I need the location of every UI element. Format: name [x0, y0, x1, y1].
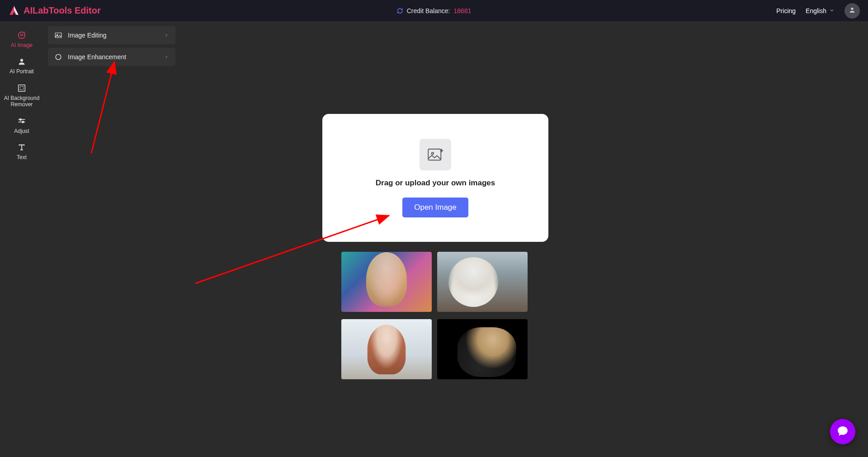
svg-point-0 [851, 7, 853, 9]
user-icon [849, 6, 856, 15]
header-right: Pricing English [776, 3, 860, 19]
open-image-button[interactable]: Open Image [402, 198, 468, 217]
upload-icon [420, 139, 451, 170]
app-logo[interactable]: AILabTools Editor [8, 5, 101, 17]
app-title: AILabTools Editor [24, 5, 101, 16]
main-canvas: Drag or upload your own images Open Imag… [0, 21, 868, 457]
svg-point-15 [432, 152, 434, 154]
sample-image-2[interactable] [437, 252, 528, 312]
chat-icon [837, 425, 849, 438]
svg-line-19 [91, 62, 114, 153]
sample-image-4[interactable] [437, 319, 528, 379]
upload-instruction: Drag or upload your own images [376, 179, 495, 188]
sample-images-grid [341, 252, 528, 379]
upload-card[interactable]: Drag or upload your own images Open Imag… [322, 114, 548, 242]
chevron-down-icon [829, 7, 835, 14]
sample-image-3[interactable] [341, 319, 432, 379]
chat-fab[interactable] [830, 419, 855, 444]
credit-balance: Credit Balance: 18681 [397, 7, 472, 14]
language-label: English [806, 7, 826, 14]
user-avatar[interactable] [844, 3, 860, 19]
credit-value: 18681 [453, 7, 471, 14]
sample-image-1[interactable] [341, 252, 432, 312]
app-header: AILabTools Editor Credit Balance: 18681 … [0, 0, 868, 21]
svg-rect-14 [428, 149, 441, 160]
pricing-link[interactable]: Pricing [776, 7, 796, 14]
language-selector[interactable]: English [806, 7, 835, 14]
refresh-icon[interactable] [397, 8, 403, 14]
logo-icon [8, 5, 20, 17]
credit-label: Credit Balance: [407, 7, 450, 14]
